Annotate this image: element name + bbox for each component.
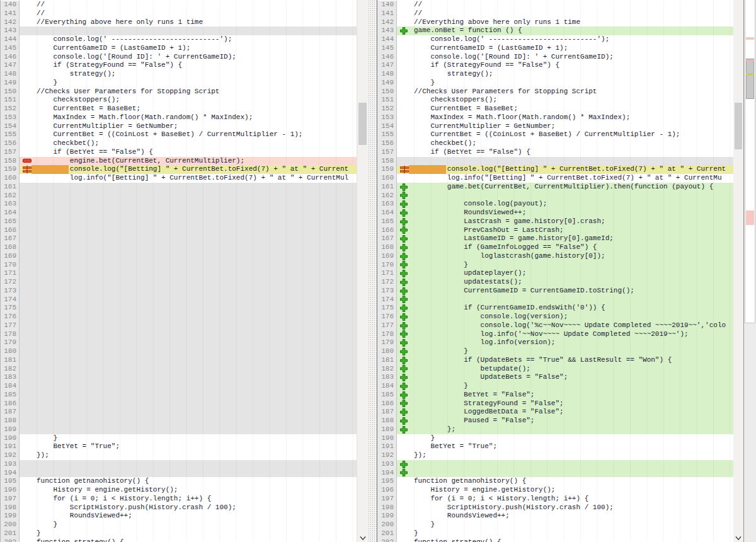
code-line[interactable]: 164 <box>1 209 357 217</box>
code-line[interactable]: 150//Checks User Parameters for Stopping… <box>1 88 357 96</box>
code-line[interactable]: 145 CurrentGameID = (LastGameID + 1); <box>1 44 357 53</box>
diff-overview-bar[interactable] <box>745 0 755 323</box>
code-line[interactable]: 183 <box>1 373 357 382</box>
code-line[interactable]: 159 console.log("[Betting] " + CurrentBe… <box>1 165 357 174</box>
code-line[interactable]: 151 checkstoppers(); <box>1 96 357 105</box>
code-line[interactable]: 191 BetYet = "True"; <box>1 442 357 451</box>
code-line[interactable]: 179 <box>1 338 357 347</box>
code-line[interactable]: 184 <box>1 382 357 391</box>
code-line[interactable]: 192}); <box>1 451 357 460</box>
code-line[interactable]: 178 log.info('~~Nov~~~~ Update Completed… <box>377 330 733 339</box>
code-line[interactable]: 148 strategy(); <box>377 70 733 79</box>
code-line[interactable]: 201} <box>1 529 357 538</box>
code-line[interactable]: 146 console.log('[Round ID]: ' + Current… <box>377 53 733 62</box>
code-line[interactable]: 152 CurrentBet = BaseBet; <box>1 105 357 113</box>
code-line[interactable]: 182 betupdate(); <box>377 365 733 374</box>
code-line[interactable]: 196 History = engine.getHistory(); <box>377 486 733 495</box>
code-line[interactable]: 166 PrevCashOut = LastCrash; <box>377 226 733 235</box>
code-line[interactable]: 157 if (BetYet == "False") { <box>1 148 357 157</box>
code-line[interactable]: 186 StrategyFound = "False"; <box>377 400 733 408</box>
chevron-down-icon[interactable] <box>735 535 742 540</box>
code-line[interactable]: 188 <box>1 417 357 425</box>
code-line[interactable]: 185 BetYet = "False"; <box>377 391 733 400</box>
code-line[interactable]: 170 <box>1 261 357 270</box>
code-line[interactable]: 193 <box>1 460 357 469</box>
code-line[interactable]: 181 if (UpdateBets == "True" && LastResu… <box>377 356 733 365</box>
code-line[interactable]: 184 } <box>377 382 733 391</box>
code-line[interactable]: 144 console.log(' ----------------------… <box>377 35 733 44</box>
code-line[interactable]: 180 } <box>377 347 733 356</box>
code-line[interactable]: 159 console.log("[Betting] " + CurrentBe… <box>377 165 733 174</box>
code-line[interactable]: 173 <box>1 287 357 296</box>
code-line[interactable]: 197 for (i = 0; i < History.length; i++)… <box>377 495 733 504</box>
code-line[interactable]: 168 if (GameInfoLogged == "False") { <box>377 243 733 252</box>
code-line[interactable]: 177 console.log('%c~~Nov~~~~ Update Comp… <box>377 321 733 330</box>
code-line[interactable]: 161 <box>1 183 357 192</box>
code-line[interactable]: 189 }; <box>377 425 733 434</box>
left-vertical-scrollbar[interactable] <box>357 0 368 542</box>
code-line[interactable]: 154 CurrentMultiplier = GetNumber; <box>1 122 357 131</box>
code-line[interactable]: 198 ScriptHistory.push(History.crash / 1… <box>377 504 733 512</box>
code-line[interactable]: 193 <box>377 460 733 469</box>
code-line[interactable]: 143 <box>1 26 357 35</box>
chevron-down-icon[interactable] <box>359 535 366 540</box>
code-line[interactable]: 156 checkbet(); <box>1 139 357 148</box>
code-line[interactable]: 196 History = engine.getHistory(); <box>1 486 357 495</box>
code-line[interactable]: 197 for (i = 0; i < History.length; i++)… <box>1 495 357 504</box>
code-line[interactable]: 181 <box>1 356 357 365</box>
code-line[interactable]: 171 updateplayer(); <box>377 269 733 278</box>
code-line[interactable]: 160 log.info("[Betting] " + CurrentBet.t… <box>1 174 357 183</box>
code-line[interactable]: 163 console.log(payout); <box>377 200 733 209</box>
pane-splitter[interactable] <box>368 0 377 542</box>
code-line[interactable]: 146 console.log('[Round ID]: ' + Current… <box>1 53 357 62</box>
code-line[interactable]: 176 <box>1 313 357 321</box>
code-line[interactable]: 150//Checks User Parameters for Stopping… <box>377 88 733 96</box>
left-scrollbar-thumb[interactable] <box>358 103 367 145</box>
code-line[interactable]: 149 } <box>1 79 357 88</box>
code-line[interactable]: 176 console.log(version); <box>377 313 733 321</box>
right-vertical-scrollbar[interactable] <box>733 0 743 542</box>
right-scrollbar-thumb[interactable] <box>735 103 742 149</box>
code-line[interactable]: 187 LoggedBetData = "False"; <box>377 408 733 417</box>
code-line[interactable]: 156 checkbet(); <box>377 139 733 148</box>
code-line[interactable]: 194 <box>1 469 357 478</box>
viewport-box[interactable] <box>746 59 754 99</box>
code-line[interactable]: 172 updatestats(); <box>377 278 733 287</box>
code-line[interactable]: 147 if (StrategyFound == "False") { <box>377 61 733 70</box>
code-line[interactable]: 165 LastCrash = game.history[0].crash; <box>377 217 733 226</box>
code-line[interactable]: 141// <box>1 9 357 18</box>
code-line[interactable]: 180 <box>1 347 357 356</box>
code-line[interactable]: 192}); <box>377 451 733 460</box>
code-line[interactable]: 171 <box>1 269 357 278</box>
code-line[interactable]: 154 CurrentMultiplier = GetNumber; <box>377 122 733 131</box>
code-line[interactable]: 200 } <box>377 521 733 529</box>
code-line[interactable]: 145 CurrentGameID = (LastGameID + 1); <box>377 44 733 53</box>
code-line[interactable]: 162 <box>377 192 733 200</box>
code-line[interactable]: 166 <box>1 226 357 235</box>
code-line[interactable]: 199 RoundsViewed++; <box>377 512 733 521</box>
code-line[interactable]: 170 } <box>377 261 733 270</box>
code-line[interactable]: 155 CurrentBet = ((CoinLost + BaseBet) /… <box>377 130 733 139</box>
code-line[interactable]: 178 <box>1 330 357 339</box>
code-line[interactable]: 158 engine.bet(CurrentBet, CurrentMultip… <box>1 157 357 166</box>
code-line[interactable]: 202function strategy() { <box>1 538 357 542</box>
code-line[interactable]: 160 log.info("[Betting] " + CurrentBet.t… <box>377 174 733 183</box>
code-line[interactable]: 195function getnanohistory() { <box>377 477 733 486</box>
code-line[interactable]: 151 checkstoppers(); <box>377 96 733 105</box>
code-line[interactable]: 172 <box>1 278 357 287</box>
code-line[interactable]: 155 CurrentBet = ((CoinLost + BaseBet) /… <box>1 130 357 139</box>
code-line[interactable]: 198 ScriptHistory.push(History.crash / 1… <box>1 504 357 512</box>
code-line[interactable]: 142//Everything above here only runs 1 t… <box>377 18 733 27</box>
code-line[interactable]: 148 strategy(); <box>1 70 357 79</box>
code-line[interactable]: 153 MaxIndex = Math.floor(Math.random() … <box>377 113 733 122</box>
code-line[interactable]: 167 LastGameID = game.history[0].gameId; <box>377 234 733 243</box>
code-line[interactable]: 164 RoundsViewed++; <box>377 209 733 217</box>
code-line[interactable]: 142//Everything above here only runs 1 t… <box>1 18 357 27</box>
code-line[interactable]: 152 CurrentBet = BaseBet; <box>377 105 733 113</box>
code-line[interactable]: 175 <box>1 304 357 313</box>
code-line[interactable]: 168 <box>1 243 357 252</box>
code-line[interactable]: 144 console.log(' ----------------------… <box>1 35 357 44</box>
code-line[interactable]: 199 RoundsViewed++; <box>1 512 357 521</box>
code-line[interactable]: 185 <box>1 391 357 400</box>
code-line[interactable]: 161 game.bet(CurrentBet, CurrentMultipli… <box>377 183 733 192</box>
